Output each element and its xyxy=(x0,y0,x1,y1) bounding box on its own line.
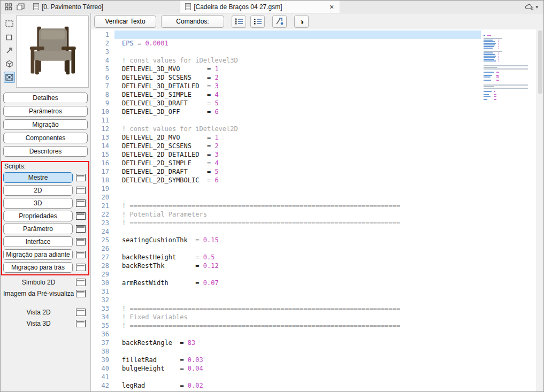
script-button-3d[interactable]: 3D xyxy=(3,198,73,209)
code-line[interactable]: 1 xyxy=(91,30,537,39)
open-in-window-icon[interactable] xyxy=(76,174,86,181)
teamwork-cloud-icon[interactable] xyxy=(525,2,534,11)
code-line[interactable]: 13DETLEVEL_2D_MVO = 1 xyxy=(91,133,537,142)
code-line[interactable]: 7DETLEVEL_3D_DETAILED = 3 xyxy=(91,82,537,90)
code-line[interactable]: 38 xyxy=(91,347,537,356)
code-line[interactable]: 5DETLEVEL_3D_MVO = 1 xyxy=(91,65,537,73)
script-button-migracao-para-adiante[interactable]: Migração para adiante xyxy=(3,249,73,260)
code-line[interactable]: 35! ====================================… xyxy=(91,321,537,330)
code-line[interactable]: 3 xyxy=(91,48,537,56)
open-in-window-icon[interactable] xyxy=(76,309,86,316)
line-number: 32 xyxy=(91,296,114,304)
sidebar-button-descritores[interactable]: Descritores xyxy=(3,146,88,157)
script-row-mestre: Mestre xyxy=(3,172,88,183)
code-line[interactable]: 14DETLEVEL_2D_SCSENS = 2 xyxy=(91,142,537,150)
code-line[interactable]: 29 xyxy=(91,270,537,279)
code-line[interactable]: 4! const values for iDetlevel3D xyxy=(91,56,537,65)
open-in-window-icon[interactable] xyxy=(76,199,86,207)
code-line[interactable]: 41 xyxy=(91,373,537,381)
code-line[interactable]: 16DETLEVEL_2D_SIMPLE = 4 xyxy=(91,159,537,167)
code-line[interactable]: 15DETLEVEL_2D_DETAILED = 3 xyxy=(91,150,537,159)
editor-toolbar: Verificar Texto Comandos: ◑ xyxy=(91,13,543,29)
script-mode-icon[interactable] xyxy=(4,72,15,83)
code-line[interactable]: 39filletRad = 0.03 xyxy=(91,356,537,364)
open-in-window-icon[interactable] xyxy=(76,251,86,258)
open-in-window-icon[interactable] xyxy=(76,225,86,233)
code-line[interactable]: 21! ====================================… xyxy=(91,202,537,210)
sidebar-button-componentes[interactable]: Componentes xyxy=(3,133,88,143)
code-line[interactable]: 18DETLEVEL_2D_SYMBOLIC = 6 xyxy=(91,176,537,185)
close-tab-icon[interactable]: × xyxy=(328,3,335,11)
line-number: 18 xyxy=(91,176,114,185)
code-line[interactable]: 6DETLEVEL_3D_SCSENS = 2 xyxy=(91,73,537,82)
code-line[interactable]: 2EPS = 0.0001 xyxy=(91,39,537,48)
script-button-migracao-para-tras[interactable]: Migração para trás xyxy=(3,262,73,273)
code-line[interactable]: 37backRestAngle = 83 xyxy=(91,339,537,347)
open-in-window-icon[interactable] xyxy=(76,279,86,286)
code-line[interactable]: 27backRestHeight = 0.5 xyxy=(91,253,537,262)
script-button-2d[interactable]: 2D xyxy=(3,185,73,196)
open-in-window-icon[interactable] xyxy=(76,187,86,194)
code-minimap[interactable] xyxy=(481,29,537,391)
sidebar-button-detalhes[interactable]: Detalhes xyxy=(3,93,88,103)
script-button-interface[interactable]: Interface xyxy=(3,236,73,247)
verify-text-button[interactable]: Verificar Texto xyxy=(94,16,156,28)
properties-mode-icon[interactable] xyxy=(4,45,15,56)
line-number: 41 xyxy=(91,373,114,381)
code-line[interactable]: 33! ====================================… xyxy=(91,304,537,313)
code-line[interactable]: 23! ====================================… xyxy=(91,219,537,227)
view-3d-mode-icon[interactable] xyxy=(4,58,15,70)
line-number: 4 xyxy=(91,56,114,65)
tab-object-editor[interactable]: [Cadeira de Braços 04 27.gsm] × xyxy=(180,1,340,13)
code-line[interactable]: 17DETLEVEL_2D_DRAFT = 5 xyxy=(91,167,537,176)
line-number: 26 xyxy=(91,244,114,253)
code-line[interactable]: 20 xyxy=(91,193,537,202)
code-line[interactable]: 42legRad = 0.02 xyxy=(91,381,537,390)
code-line[interactable]: 32 xyxy=(91,296,537,304)
open-in-window-icon[interactable] xyxy=(76,238,86,245)
editor-scrollbar[interactable] xyxy=(537,29,543,391)
line-number: 2 xyxy=(91,39,114,48)
code-line[interactable]: 11 xyxy=(91,116,537,125)
code-line[interactable]: 10DETLEVEL_3D_OFF = 6 xyxy=(91,107,537,116)
script-row-3d: 3D xyxy=(3,198,88,209)
quick-layouts-icon[interactable] xyxy=(4,2,13,11)
code-line[interactable]: 28backRestThk = 0.12 xyxy=(91,262,537,270)
open-in-window-icon[interactable] xyxy=(76,290,86,297)
scrollbar-thumb[interactable] xyxy=(538,30,542,94)
code-line[interactable]: 22! Potential Parameters xyxy=(91,210,537,219)
open-in-window-icon[interactable] xyxy=(76,264,86,271)
tab-overview-icon[interactable] xyxy=(16,2,25,11)
sidebar-button-migracao[interactable]: Migração xyxy=(3,119,88,130)
code-line[interactable]: 8DETLEVEL_3D_SIMPLE = 4 xyxy=(91,90,537,99)
sidebar-button-parametros[interactable]: Parâmetros xyxy=(3,106,88,117)
chevron-down-icon[interactable]: ▾ xyxy=(535,4,538,10)
script-button-mestre[interactable]: Mestre xyxy=(3,172,73,183)
outline-list-icon[interactable] xyxy=(250,16,265,28)
contrast-icon[interactable]: ◑ xyxy=(294,16,309,28)
open-in-window-icon[interactable] xyxy=(76,212,86,220)
object-editor-sidebar: DetalhesParâmetrosMigraçãoComponentesDes… xyxy=(1,13,91,391)
code-line[interactable]: 24 xyxy=(91,227,537,236)
line-numbers-toggle-icon[interactable] xyxy=(232,16,246,28)
section-buttons: DetalhesParâmetrosMigraçãoComponentesDes… xyxy=(2,93,89,157)
code-line[interactable]: 9DETLEVEL_3D_DRAFT = 5 xyxy=(91,99,537,107)
code-line[interactable]: 34! Fixed Variables xyxy=(91,313,537,321)
symbol-2d-mode-icon[interactable] xyxy=(4,32,15,43)
open-in-window-icon[interactable] xyxy=(76,320,86,327)
commands-dropdown[interactable]: Comandos: xyxy=(161,16,224,28)
script-button-parametro[interactable]: Parâmetro xyxy=(3,224,73,234)
code-line[interactable]: 31 xyxy=(91,287,537,296)
code-line[interactable]: 25seatingCushionThk = 0.15 xyxy=(91,236,537,244)
tab-floor-plan[interactable]: [0. Pavimento Térreo] xyxy=(28,1,108,13)
code-line[interactable]: 12! const values for iDetlevel2D xyxy=(91,125,537,133)
code-lines[interactable]: 12EPS = 0.000134! const values for iDetl… xyxy=(91,30,537,391)
code-line[interactable]: 40bulgeHeight = 0.04 xyxy=(91,364,537,373)
code-line[interactable]: 26 xyxy=(91,244,537,253)
goto-line-icon[interactable] xyxy=(272,16,287,28)
code-line[interactable]: 30armRestWidth = 0.07 xyxy=(91,279,537,287)
code-line[interactable]: 19 xyxy=(91,185,537,193)
code-line[interactable]: 36 xyxy=(91,330,537,339)
marquee-tool-icon[interactable] xyxy=(4,18,15,29)
script-button-propriedades[interactable]: Propriedades xyxy=(3,211,73,221)
